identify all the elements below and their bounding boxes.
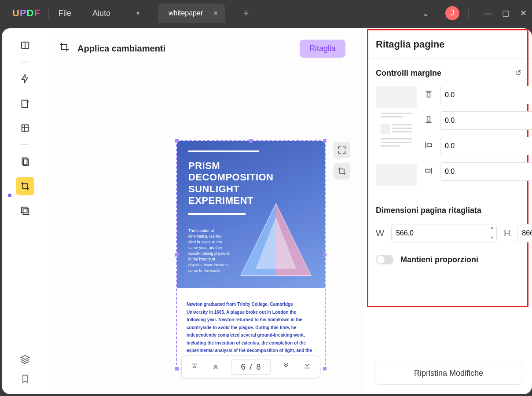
crop-button[interactable]: Ritaglia — [300, 40, 345, 58]
height-label: H — [504, 228, 510, 238]
pages-tool-icon[interactable] — [16, 119, 34, 137]
margin-bottom-icon — [424, 115, 436, 126]
active-indicator-icon — [8, 194, 11, 197]
crop-handle[interactable] — [175, 253, 179, 257]
margin-bottom-input[interactable] — [440, 111, 532, 130]
prism-graphic — [230, 197, 322, 287]
margin-left-input[interactable] — [440, 137, 532, 155]
page-navigation — [181, 356, 320, 378]
doc-body-text: Newton graduated from Trinity College, C… — [187, 301, 315, 362]
margin-section-title: Controlli margine — [376, 69, 441, 78]
organize-tool-icon[interactable] — [16, 152, 34, 171]
doc-subtext: The founder of kinematics, Galileo died … — [188, 228, 230, 274]
reader-tool-icon[interactable] — [16, 36, 34, 55]
crop-tool-icon[interactable] — [16, 177, 34, 195]
close-tab-icon[interactable]: × — [213, 9, 218, 18]
reset-margins-icon[interactable]: ↺ — [515, 68, 521, 78]
crop-handle[interactable] — [175, 367, 179, 370]
crop-handle[interactable] — [323, 139, 327, 143]
menu-file[interactable]: File — [59, 9, 71, 18]
layers-icon[interactable] — [20, 355, 30, 366]
svg-rect-9 — [23, 209, 29, 214]
add-tab-icon[interactable]: + — [238, 7, 254, 19]
bookmark-icon[interactable] — [21, 374, 29, 385]
tab-list-dropdown-icon[interactable]: ▾ — [132, 7, 145, 20]
page-number-input[interactable] — [231, 359, 271, 375]
last-page-icon[interactable] — [301, 360, 313, 374]
divider — [21, 144, 29, 145]
svg-rect-2 — [22, 100, 28, 108]
titlebar: UPDF File Aiuto ▾ whitepaper × + ⌄ J — ▢… — [0, 0, 532, 26]
restore-button[interactable]: Ripristina Modifiche — [375, 362, 522, 385]
fit-screen-icon[interactable] — [334, 142, 350, 158]
stepper-icon[interactable]: ▲▼ — [490, 226, 494, 240]
canvas-area: Applica cambiamenti Ritaglia PRISM DECOM… — [48, 28, 365, 394]
crop-mode-icon[interactable] — [334, 163, 350, 180]
crop-panel: Ritaglia pagine Controlli margine ↺ — [365, 28, 532, 394]
panel-title: Ritaglia pagine — [365, 39, 532, 59]
highlighter-tool-icon[interactable] — [16, 70, 34, 88]
maximize-icon[interactable]: ▢ — [497, 8, 514, 18]
divider — [21, 62, 29, 62]
height-input[interactable] — [517, 224, 532, 242]
user-avatar[interactable]: J — [445, 6, 459, 20]
svg-rect-8 — [22, 207, 27, 213]
edit-tool-icon[interactable] — [16, 94, 34, 113]
divider — [48, 8, 49, 18]
close-window-icon[interactable]: ✕ — [514, 8, 532, 18]
next-page-icon[interactable] — [280, 360, 292, 374]
tab-label: whitepaper — [169, 9, 203, 17]
divider — [468, 8, 469, 18]
sidebar — [2, 28, 48, 394]
prev-page-icon[interactable] — [210, 360, 221, 374]
margin-left-icon — [424, 141, 436, 151]
canvas-title: Applica cambiamenti — [77, 44, 165, 54]
watermark-tool-icon[interactable] — [16, 202, 34, 220]
margin-top-icon — [424, 90, 436, 100]
crop-icon — [59, 42, 70, 55]
aspect-ratio-label: Mantieni proporzioni — [400, 255, 478, 264]
menu-help[interactable]: Aiuto — [92, 9, 110, 18]
svg-rect-18 — [427, 117, 430, 121]
aspect-ratio-toggle[interactable] — [376, 255, 393, 264]
dimensions-section-title: Dimensioni pagina ritagliata — [376, 206, 521, 215]
minimize-icon[interactable]: — — [479, 9, 497, 18]
width-input[interactable] — [391, 224, 497, 242]
margin-right-icon — [424, 166, 436, 177]
crop-handle[interactable] — [323, 253, 327, 257]
width-label: W — [376, 228, 384, 238]
crop-handle[interactable] — [175, 139, 179, 143]
document-tab[interactable]: whitepaper × — [158, 4, 225, 23]
crop-handle[interactable] — [249, 139, 253, 143]
svg-rect-22 — [426, 169, 430, 172]
margin-right-input[interactable] — [440, 162, 532, 181]
margin-preview — [376, 86, 417, 186]
chevron-down-icon[interactable]: ⌄ — [422, 8, 429, 18]
app-logo: UPDF — [12, 7, 40, 19]
svg-rect-21 — [427, 144, 432, 147]
document-preview[interactable]: PRISM DECOMPOSITION SUNLIGHT EXPERIMENT … — [176, 140, 326, 370]
svg-rect-17 — [427, 93, 430, 97]
svg-rect-3 — [22, 125, 29, 132]
first-page-icon[interactable] — [189, 360, 200, 374]
margin-top-input[interactable] — [440, 86, 532, 104]
crop-handle[interactable] — [323, 367, 327, 370]
